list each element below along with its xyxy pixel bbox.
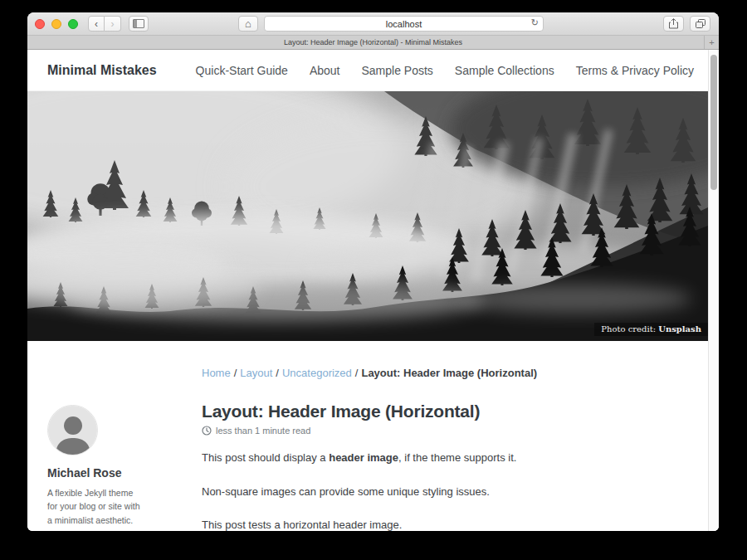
header-image: Photo credit: Unsplash bbox=[27, 91, 708, 341]
history-nav: ‹ › bbox=[88, 16, 121, 32]
back-icon: ‹ bbox=[95, 18, 98, 30]
site-nav: Quick-Start Guide About Sample Posts Sam… bbox=[196, 64, 694, 77]
author-name: Michael Rose bbox=[47, 466, 172, 480]
article-layout: Michael Rose A flexible Jekyll theme for… bbox=[27, 341, 708, 531]
home-button[interactable]: ⌂ bbox=[238, 16, 258, 32]
home-icon: ⌂ bbox=[245, 17, 251, 30]
share-icon bbox=[669, 18, 678, 29]
site-title-link[interactable]: Minimal Mistakes bbox=[47, 63, 157, 78]
breadcrumb-link-uncategorized[interactable]: Uncategorized bbox=[282, 367, 352, 379]
author-sidebar: Michael Rose A flexible Jekyll theme for… bbox=[47, 341, 172, 531]
tab-overview-button[interactable] bbox=[690, 16, 710, 32]
nav-item-terms-privacy[interactable]: Terms & Privacy Policy bbox=[576, 64, 694, 77]
masthead: Minimal Mistakes Quick-Start Guide About… bbox=[27, 50, 708, 91]
nav-item-quick-start-guide[interactable]: Quick-Start Guide bbox=[196, 64, 288, 77]
scrollbar-track[interactable] bbox=[708, 50, 719, 531]
breadcrumb-separator: / bbox=[234, 367, 237, 379]
sidebar-icon bbox=[133, 19, 144, 28]
photo-credit: Photo credit: Unsplash bbox=[594, 323, 708, 336]
tab-bar: Layout: Header Image (Horizontal) - Mini… bbox=[27, 36, 719, 50]
nav-item-about[interactable]: About bbox=[310, 64, 340, 77]
close-window-button[interactable] bbox=[35, 19, 45, 29]
read-time: less than 1 minute read bbox=[202, 426, 537, 436]
clock-icon bbox=[202, 426, 212, 436]
traffic-lights bbox=[35, 19, 78, 29]
photo-credit-label: Photo credit: bbox=[601, 324, 658, 334]
paragraph-1-text-after: , if the theme supports it. bbox=[398, 451, 516, 464]
breadcrumb-current: Layout: Header Image (Horizontal) bbox=[361, 367, 537, 379]
paragraph-2: Non-square images can provide some uniqu… bbox=[202, 484, 537, 500]
forward-icon: › bbox=[111, 18, 115, 30]
url-field[interactable]: localhost ↻ bbox=[264, 16, 544, 32]
photo-credit-source: Unsplash bbox=[658, 324, 701, 334]
scrollbar-thumb[interactable] bbox=[710, 55, 717, 190]
back-button[interactable]: ‹ bbox=[88, 16, 105, 32]
article-main: Home/Layout/Uncategorized/Layout: Header… bbox=[202, 341, 537, 531]
zoom-window-button[interactable] bbox=[68, 19, 78, 29]
nav-item-sample-collections[interactable]: Sample Collections bbox=[455, 64, 554, 77]
foggy-forest-illustration bbox=[27, 91, 708, 341]
breadcrumb: Home/Layout/Uncategorized/Layout: Header… bbox=[202, 367, 537, 379]
tabs-icon bbox=[696, 19, 706, 28]
active-tab[interactable]: Layout: Header Image (Horizontal) - Mini… bbox=[284, 38, 462, 46]
paragraph-1-text: This post should display a bbox=[202, 451, 329, 464]
nav-item-sample-posts[interactable]: Sample Posts bbox=[361, 64, 432, 77]
author-avatar bbox=[47, 405, 98, 455]
reload-icon[interactable]: ↻ bbox=[531, 17, 539, 28]
url-text: localhost bbox=[386, 19, 422, 29]
new-tab-button[interactable]: + bbox=[704, 36, 719, 49]
person-silhouette-icon bbox=[48, 406, 98, 455]
share-button[interactable] bbox=[663, 16, 684, 32]
breadcrumb-link-home[interactable]: Home bbox=[202, 367, 231, 379]
safari-window: ‹ › ⌂ localhost ↻ bbox=[27, 12, 719, 531]
sidebar-toggle-button[interactable] bbox=[129, 16, 149, 32]
browser-titlebar: ‹ › ⌂ localhost ↻ bbox=[27, 12, 719, 36]
read-time-text: less than 1 minute read bbox=[216, 426, 310, 436]
paragraph-1-bold: header image bbox=[329, 451, 398, 464]
breadcrumb-separator: / bbox=[276, 367, 279, 379]
page-title: Layout: Header Image (Horizontal) bbox=[202, 402, 537, 421]
forward-button[interactable]: › bbox=[105, 16, 121, 32]
author-bio: A flexible Jekyll theme for your blog or… bbox=[47, 486, 144, 527]
paragraph-1: This post should display a header image,… bbox=[202, 450, 537, 466]
paragraph-3: This post tests a horizontal header imag… bbox=[202, 517, 537, 531]
breadcrumb-link-layout[interactable]: Layout bbox=[240, 367, 272, 379]
breadcrumb-separator: / bbox=[355, 367, 359, 379]
minimize-window-button[interactable] bbox=[51, 19, 61, 29]
page-content: Minimal Mistakes Quick-Start Guide About… bbox=[27, 50, 719, 531]
